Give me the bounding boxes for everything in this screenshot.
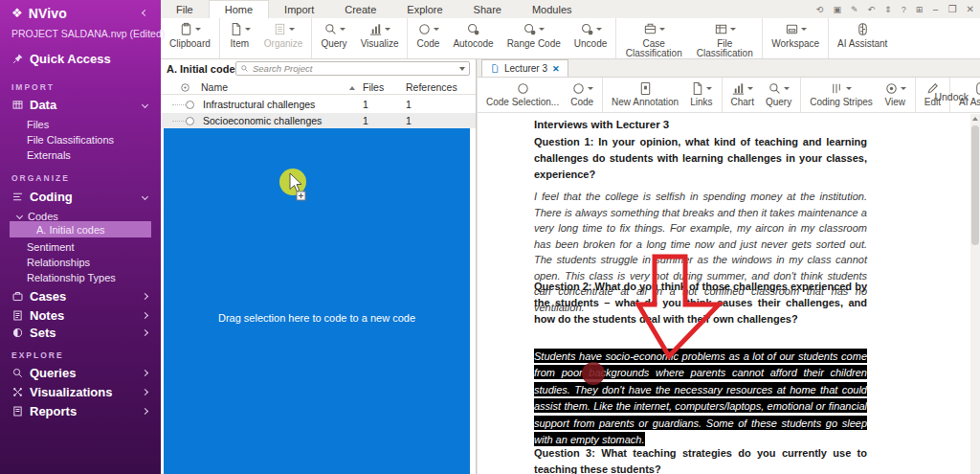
search-input[interactable] [253, 63, 456, 74]
sidebar-item-cases[interactable]: Cases [0, 287, 161, 305]
minimize-button[interactable]: − [932, 4, 938, 15]
search-box[interactable] [235, 61, 470, 76]
chevron-right-icon[interactable] [142, 312, 148, 319]
chevron-down-icon[interactable] [142, 102, 148, 108]
uncode-button[interactable]: Uncode [568, 18, 613, 58]
undo-icon[interactable]: ↶ [868, 5, 876, 14]
chevron-down-icon[interactable] [459, 67, 465, 71]
sidebar-item-relationships[interactable]: Relationships [0, 254, 161, 270]
file-icon [229, 22, 243, 36]
restore-button[interactable]: ❐ [948, 4, 957, 14]
chart-button[interactable]: Chart [725, 78, 760, 112]
edit-icon[interactable]: ✎ [851, 5, 858, 14]
sidebar-item-queries[interactable]: Queries [0, 364, 161, 382]
sidebar-collapse-icon[interactable] [142, 10, 148, 16]
chevron-right-icon[interactable] [142, 329, 148, 336]
workspace-button[interactable]: Workspace [765, 18, 826, 58]
ribbon: Clipboard Item Organize Query Visualize … [161, 18, 980, 59]
app-name: NVivo [29, 6, 67, 21]
tab-lecturer-3[interactable]: Lecturer 3 ✕ [481, 59, 568, 77]
document-tab-bar: Lecturer 3 ✕ [478, 59, 980, 78]
chevron-right-icon[interactable] [142, 370, 148, 376]
briefcase-icon [11, 290, 24, 303]
ribbon-tab-file[interactable]: File [161, 0, 209, 18]
sidebar-item-coding[interactable]: Coding [0, 188, 161, 206]
ribbon-tab-share[interactable]: Share [458, 0, 517, 18]
history-icon[interactable]: ⟲ [816, 5, 824, 14]
vertical-scrollbar[interactable] [970, 114, 980, 474]
code-selection-button[interactable]: Code Selection... [480, 78, 565, 112]
column-files[interactable]: Files [363, 81, 406, 93]
save-icon[interactable]: ▣ [833, 5, 841, 14]
question-3: Question 3: What teaching strategies do … [534, 445, 867, 474]
sidebar-item-sentiment[interactable]: Sentiment [0, 238, 161, 255]
ribbon-tab-import[interactable]: Import [269, 0, 329, 18]
query-button[interactable]: Query [760, 78, 797, 112]
undock-button[interactable]: Undock [934, 91, 969, 102]
answer-2-selected[interactable]: Students have socio-economic problems as… [534, 348, 867, 448]
search-icon [240, 64, 249, 73]
data-grid-icon [11, 99, 24, 111]
scrollbar-thumb[interactable] [971, 125, 979, 245]
sidebar-item-data[interactable]: Data [0, 96, 161, 114]
links-button[interactable]: Links [684, 78, 718, 112]
dropdown-caret-icon [747, 87, 753, 90]
item-button[interactable]: Item [222, 18, 257, 58]
ai-assistant-button[interactable]: AI Assistant [831, 18, 894, 58]
column-references[interactable]: References [406, 81, 476, 93]
sidebar-item-relationship-types[interactable]: Relationship Types [0, 269, 161, 285]
column-name[interactable]: Name [161, 81, 363, 93]
coding-stripes-button[interactable]: Coding Stripes [804, 78, 879, 112]
case-classification-button[interactable]: Case Classification [618, 18, 689, 58]
ribbon-tab-create[interactable]: Create [329, 0, 391, 18]
close-tab-icon[interactable]: ✕ [552, 64, 560, 74]
clipboard-button[interactable]: Clipboard [163, 18, 217, 58]
sort-icon[interactable]: ⇕ [884, 5, 892, 14]
organize-icon [273, 22, 287, 36]
table-row[interactable]: Infrastructural challenges 1 1 [161, 97, 476, 112]
note-icon [11, 309, 24, 322]
question-2: Question 2: What do you think of those c… [534, 279, 867, 327]
view-button[interactable]: View [879, 78, 912, 112]
drag-to-code-dropzone[interactable]: Drag selection here to code to a new cod… [164, 128, 470, 474]
sidebar-item-reports[interactable]: Reports [0, 402, 161, 420]
table-header[interactable]: Name Files References [161, 79, 476, 95]
table-row[interactable]: Socioeconomic challenges 1 1 [161, 113, 476, 128]
code-button[interactable]: Code [410, 18, 446, 58]
dropdown-caret-icon [434, 28, 439, 31]
dropdown-caret-icon [245, 28, 251, 31]
chevron-right-icon[interactable] [142, 389, 148, 395]
sidebar-item-file-classifications[interactable]: File Classifications [0, 131, 161, 147]
ribbon-tab-home[interactable]: Home [209, 0, 269, 18]
sidebar-item-notes[interactable]: Notes [0, 306, 161, 325]
organize-button: Organize [257, 18, 310, 58]
window-quick-toolbar: ⟲ ▣ ✎ ↶ ⇕ ? ⊞ − ❐ ✕ [816, 0, 974, 18]
code-button[interactable]: Code [565, 78, 599, 112]
code-circle-icon [417, 22, 432, 36]
file-classification-button[interactable]: File Classification [689, 18, 760, 58]
ribbon-tab-explore[interactable]: Explore [391, 0, 457, 18]
close-button[interactable]: ✕ [967, 4, 974, 14]
query-button[interactable]: Query [314, 18, 353, 58]
sidebar-item-externals[interactable]: Externals [0, 147, 161, 163]
dropdown-caret-icon [659, 28, 665, 31]
scroll-up-icon[interactable] [972, 117, 978, 121]
document-content: Interviews with Lecturer 3 Question 1: I… [478, 114, 970, 474]
visualize-button[interactable]: Visualize [354, 18, 406, 58]
sidebar-item-files[interactable]: Files [0, 116, 161, 132]
help-icon[interactable]: ? [902, 5, 906, 14]
sidebar-item-initial-codes[interactable]: A. Initial codes [10, 221, 151, 237]
window-icon[interactable]: ⊞ [916, 5, 924, 14]
sidebar-item-visualizations[interactable]: Visualizations [0, 383, 161, 401]
sidebar-item-quick-access[interactable]: Quick Access [0, 50, 161, 68]
ribbon-tab-modules[interactable]: Modules [517, 0, 588, 18]
sidebar-item-sets[interactable]: Sets [0, 324, 161, 342]
autocode-button[interactable]: Autocode [446, 18, 500, 58]
chevron-down-icon[interactable] [142, 193, 148, 200]
codes-list-panel: A. Initial codes Name Files References I… [161, 59, 477, 474]
new-annotation-button[interactable]: New Annotation [606, 78, 684, 112]
range-code-button[interactable]: Range Code [501, 18, 568, 58]
code-circle-icon [516, 81, 530, 96]
chevron-right-icon[interactable] [142, 408, 148, 415]
chevron-right-icon[interactable] [142, 293, 148, 300]
